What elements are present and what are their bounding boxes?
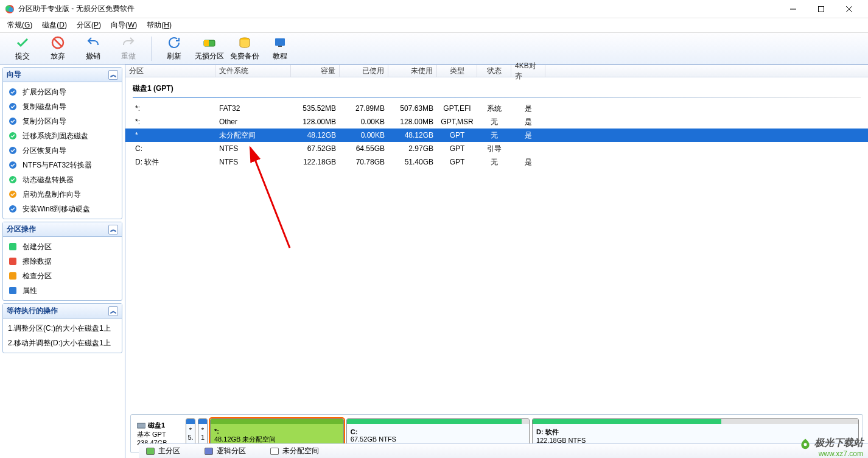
menu-disk[interactable]: 磁盘(D) — [37, 18, 72, 32]
cell-unused: 507.63MB — [388, 104, 437, 113]
wizard-item-label: 复制磁盘向导 — [23, 102, 66, 112]
menu-wizard[interactable]: 向导(W) — [106, 18, 142, 32]
svg-rect-23 — [9, 243, 16, 250]
wizard-item-label: NTFS与FAT32转换器 — [23, 160, 92, 171]
svg-rect-10 — [204, 40, 209, 46]
cell-status: 引导 — [477, 144, 511, 154]
partition-row[interactable]: *:FAT32535.52MB27.89MB507.63MBGPT,EFI系统是 — [125, 102, 868, 115]
refresh-icon — [167, 35, 181, 50]
cell-cap: 122.18GB — [291, 158, 340, 166]
wizard-item[interactable]: 分区恢复向导 — [3, 143, 122, 158]
col-filesystem[interactable]: 文件系统 — [215, 65, 291, 77]
cell-used: 64.55GB — [340, 144, 388, 153]
ops-item-icon — [8, 242, 18, 252]
col-unused[interactable]: 未使用 — [388, 65, 437, 77]
ops-item[interactable]: 创建分区 — [3, 239, 122, 254]
col-align[interactable]: 4KB对齐 — [511, 65, 545, 77]
partition-row[interactable]: *未分配空间48.12GB0.00KB48.12GBGPT无是 — [125, 129, 868, 142]
partition-icon — [202, 35, 217, 50]
backup-icon — [237, 35, 252, 50]
undo-icon — [86, 35, 100, 50]
toolbar: 提交 放弃 撤销 重做 刷新 无损分区 免费备份 教程 — [0, 33, 868, 65]
ops-item[interactable]: 擦除数据 — [3, 254, 122, 269]
ops-item[interactable]: 检查分区 — [3, 269, 122, 283]
cell-partition: *: — [125, 118, 215, 126]
pending-item[interactable]: 1.调整分区(C:)的大小在磁盘1上 — [3, 321, 122, 336]
wizard-item-icon — [8, 146, 18, 155]
discard-icon — [51, 35, 65, 50]
wizard-item[interactable]: 启动光盘制作向导 — [3, 187, 122, 202]
collapse-icon[interactable]: ︽ — [108, 70, 118, 80]
lossless-button[interactable]: 无损分区 — [192, 34, 227, 63]
pending-panel-header[interactable]: 等待执行的操作 ︽ — [3, 304, 122, 319]
wizard-item-label: 启动光盘制作向导 — [23, 189, 81, 200]
wizard-item[interactable]: 复制分区向导 — [3, 114, 122, 129]
menu-partition[interactable]: 分区(P) — [72, 18, 106, 32]
wizard-item[interactable]: 迁移系统到固态磁盘 — [3, 129, 122, 143]
menu-help[interactable]: 帮助(H) — [142, 18, 177, 32]
col-status[interactable]: 状态 — [477, 65, 511, 77]
refresh-button[interactable]: 刷新 — [156, 34, 192, 63]
disk-title: 磁盘1 (GPT) — [125, 77, 868, 97]
col-used[interactable]: 已使用 — [340, 65, 388, 77]
ops-item-icon — [8, 271, 18, 281]
cell-cap: 535.52MB — [291, 104, 340, 113]
partition-row[interactable]: C:NTFS67.52GB64.55GB2.97GBGPT引导 — [125, 142, 868, 155]
ops-item-label: 属性 — [23, 286, 37, 296]
svg-rect-13 — [278, 46, 282, 47]
cell-type: GPT,EFI — [437, 104, 477, 113]
svg-rect-24 — [9, 258, 16, 265]
svg-rect-4 — [819, 6, 824, 12]
wizard-item[interactable]: NTFS与FAT32转换器 — [3, 158, 122, 172]
wizard-item[interactable]: 扩展分区向导 — [3, 85, 122, 99]
cell-fs: NTFS — [215, 158, 291, 166]
ops-panel-header[interactable]: 分区操作 ︽ — [3, 222, 122, 237]
wizard-item[interactable]: 复制磁盘向导 — [3, 99, 122, 114]
commit-button[interactable]: 提交 — [5, 34, 40, 63]
wizard-item-icon — [8, 204, 18, 214]
content-area: 分区 文件系统 容量 已使用 未使用 类型 状态 4KB对齐 磁盘1 (GPT)… — [125, 65, 868, 458]
cell-status: 无 — [477, 157, 511, 167]
col-partition[interactable]: 分区 — [125, 65, 215, 77]
maximize-button[interactable] — [807, 0, 835, 18]
minimize-button[interactable] — [779, 0, 807, 18]
cell-type: GPT — [437, 144, 477, 153]
cell-cap: 48.12GB — [291, 131, 340, 139]
wizard-item-label: 安装Win8到移动硬盘 — [23, 204, 90, 214]
col-capacity[interactable]: 容量 — [291, 65, 340, 77]
backup-button[interactable]: 免费备份 — [227, 34, 262, 63]
ops-item-label: 检查分区 — [23, 271, 52, 281]
ops-panel: 分区操作 ︽ 创建分区擦除数据检查分区属性 — [2, 222, 122, 301]
undo-button[interactable]: 撤销 — [75, 34, 111, 63]
pending-item[interactable]: 2.移动并调整(D:)大小在磁盘1上 — [3, 336, 122, 350]
discard-button[interactable]: 放弃 — [40, 34, 75, 63]
partition-row[interactable]: *:Other128.00MB0.00KB128.00MBGPT,MSR无是 — [125, 115, 868, 129]
wizard-item-icon — [8, 131, 18, 141]
tutorial-button[interactable]: 教程 — [262, 34, 298, 63]
collapse-icon[interactable]: ︽ — [108, 225, 118, 234]
ops-item[interactable]: 属性 — [3, 283, 122, 298]
wizard-item-icon — [8, 160, 18, 170]
disk-icon — [137, 422, 145, 429]
pending-panel: 等待执行的操作 ︽ 1.调整分区(C:)的大小在磁盘1上2.移动并调整(D:)大… — [2, 303, 122, 353]
partition-row[interactable]: D: 软件NTFS122.18GB70.78GB51.40GBGPT无是 — [125, 155, 868, 169]
cell-fs: 未分配空间 — [215, 130, 291, 141]
wizard-item[interactable]: 动态磁盘转换器 — [3, 172, 122, 187]
cell-fs: NTFS — [215, 144, 291, 153]
close-button[interactable] — [835, 0, 863, 18]
svg-point-29 — [804, 443, 807, 446]
cell-unused: 2.97GB — [388, 144, 437, 153]
menu-general[interactable]: 常规(G) — [2, 18, 37, 32]
wizard-panel-header[interactable]: 向导 ︽ — [3, 68, 122, 82]
wizard-panel: 向导 ︽ 扩展分区向导复制磁盘向导复制分区向导迁移系统到固态磁盘分区恢复向导NT… — [2, 67, 122, 219]
cell-used: 0.00KB — [340, 131, 388, 139]
cell-used: 0.00KB — [340, 118, 388, 126]
cell-status: 无 — [477, 117, 511, 127]
wizard-item-icon — [8, 102, 18, 111]
watermark-icon — [799, 437, 812, 449]
collapse-icon[interactable]: ︽ — [108, 306, 118, 316]
main-area: 向导 ︽ 扩展分区向导复制磁盘向导复制分区向导迁移系统到固态磁盘分区恢复向导NT… — [0, 65, 868, 458]
wizard-item-label: 动态磁盘转换器 — [23, 175, 74, 185]
wizard-item[interactable]: 安装Win8到移动硬盘 — [3, 202, 122, 216]
col-type[interactable]: 类型 — [437, 65, 477, 77]
